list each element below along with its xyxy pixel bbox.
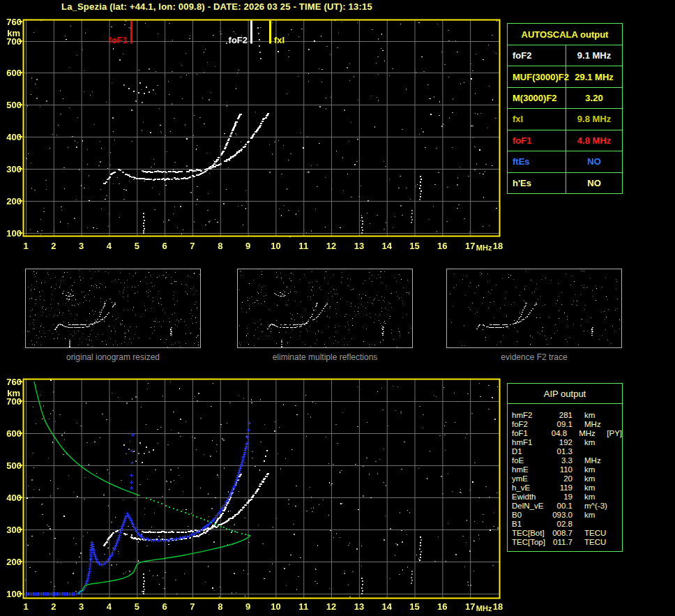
aip-cell: 20 <box>552 474 572 483</box>
aip-cell: TECU <box>584 538 615 547</box>
thumbnail-caption: evidence F2 trace <box>446 352 622 362</box>
parameter-value: 4.8 MHz <box>566 130 622 151</box>
aip-cell: 011.7 <box>552 538 572 547</box>
autoscala-table-rows: foF29.1 MHzMUF(3000)F229.1 MHzM(3000)F23… <box>508 45 622 193</box>
parameter-label: MUF(3000)F2 <box>508 66 566 87</box>
parameter-label: M(3000)F2 <box>508 88 566 108</box>
aip-cell: 04.8 <box>548 429 567 438</box>
aip-row: Ewidth19km <box>512 493 622 502</box>
autoscala-row: fxI9.8 MHz <box>508 109 622 130</box>
aip-row: ymE20km <box>512 474 622 483</box>
aip-row: foF209.1MHz <box>512 420 622 429</box>
aip-cell: km <box>584 474 615 483</box>
aip-cell: km <box>584 438 615 447</box>
aip-cell: hmF2 <box>512 411 552 420</box>
aip-cell: hmF1 <box>512 438 552 447</box>
aip-row: h_vE119km <box>512 483 622 493</box>
aip-cell: 110 <box>552 465 572 474</box>
aip-cell: h_vE <box>512 483 552 493</box>
parameter-value: NO <box>566 151 622 172</box>
aip-cell: MHz <box>579 429 607 438</box>
aip-cell: MHz <box>584 456 615 465</box>
autoscala-row: h'EsNO <box>508 173 622 193</box>
aip-row: hmE110km <box>512 465 622 474</box>
aip-table-rows: hmF2281kmfoF209.1MHzfoF104.8MHz[PY]hmF11… <box>508 404 622 547</box>
autoscala-row: foF29.1 MHz <box>508 45 622 66</box>
thumbnail-eliminate-reflections <box>237 269 413 348</box>
aip-row: hmF1192km <box>512 438 622 447</box>
aip-cell: B0 <box>512 511 552 520</box>
aip-cell: DelN_vE <box>512 502 552 511</box>
restored-ionogram-canvas <box>0 377 506 616</box>
aip-row: TEC[Top]011.7TECU <box>512 538 622 547</box>
aip-row: foF104.8MHz[PY] <box>512 429 622 438</box>
aip-row: TEC[Bot]008.7TECU <box>512 529 622 538</box>
aip-row: B102.8 <box>512 520 622 529</box>
aip-row: DelN_vE00.1m^(-3) <box>512 502 622 511</box>
aip-cell: TEC[Bot] <box>512 529 552 538</box>
aip-cell: Ewidth <box>512 493 552 502</box>
parameter-label: h'Es <box>508 173 566 193</box>
parameter-value: 9.8 MHz <box>566 109 622 129</box>
autoscala-row: M(3000)F23.20 <box>508 88 622 109</box>
aip-cell: 01.3 <box>552 447 572 456</box>
aip-cell: 281 <box>552 411 572 420</box>
parameter-label: fxI <box>508 109 566 129</box>
aip-cell: hmE <box>512 465 552 474</box>
aip-cell: 008.7 <box>552 529 572 538</box>
aip-cell: ymE <box>512 474 552 483</box>
aip-cell: foE <box>512 456 552 465</box>
autoscala-table-header: AUTOSCALA output <box>508 24 622 45</box>
thumbnail-caption: eliminate multiple reflections <box>237 352 413 362</box>
aip-cell: km <box>584 483 615 493</box>
parameter-label: foF2 <box>508 45 566 66</box>
aip-cell: 00.1 <box>552 502 572 511</box>
aip-cell: TEC[Top] <box>512 538 552 547</box>
aip-cell: 09.1 <box>552 420 572 429</box>
aip-cell: 19 <box>552 493 572 502</box>
aip-cell: km <box>584 465 615 474</box>
parameter-value: 3.20 <box>566 88 622 108</box>
aip-cell: MHz <box>584 420 615 429</box>
top-ionogram-canvas <box>0 17 506 255</box>
parameter-value: 29.1 MHz <box>566 66 622 87</box>
aip-table: AIP output hmF2281kmfoF209.1MHzfoF104.8M… <box>507 383 623 552</box>
aip-cell: km <box>584 493 615 502</box>
aip-cell <box>584 520 615 529</box>
aip-row: hmF2281km <box>512 411 622 420</box>
aip-cell: foF2 <box>512 420 552 429</box>
aip-cell: km <box>584 411 615 420</box>
autoscala-row: foF14.8 MHz <box>508 130 622 151</box>
aip-cell: 119 <box>552 483 572 493</box>
aip-cell: km <box>584 511 615 520</box>
parameter-value: NO <box>566 173 622 193</box>
aip-cell: foF1 <box>512 429 548 438</box>
thumbnail-caption: original ionogram resized <box>25 352 201 362</box>
aip-cell: D1 <box>512 447 552 456</box>
parameter-value: 9.1 MHz <box>566 45 622 66</box>
aip-cell: m^(-3) <box>584 502 615 511</box>
thumbnail-original-ionogram <box>25 269 201 348</box>
aip-row: foE3.3MHz <box>512 456 622 465</box>
aip-cell: 02.8 <box>552 520 572 529</box>
parameter-label: ftEs <box>508 151 566 172</box>
aip-cell <box>584 447 615 456</box>
autoscala-row: MUF(3000)F229.1 MHz <box>508 66 622 87</box>
aip-cell: [PY] <box>607 429 622 438</box>
parameter-label: foF1 <box>508 130 566 151</box>
autoscala-analysis-screen: La_Spezia (lat: +44.1, lon: 009.8) - DAT… <box>0 0 675 616</box>
station-title: La_Spezia (lat: +44.1, lon: 009.8) - DAT… <box>61 1 372 12</box>
aip-cell: 093.0 <box>552 511 572 520</box>
autoscala-row: ftEsNO <box>508 151 622 172</box>
aip-cell: TECU <box>584 529 615 538</box>
aip-table-header: AIP output <box>508 384 622 404</box>
autoscala-table: AUTOSCALA output foF29.1 MHzMUF(3000)F22… <box>507 23 623 194</box>
thumbnail-evidence-f2-trace <box>446 269 622 348</box>
aip-row: D101.3 <box>512 447 622 456</box>
aip-cell: 192 <box>552 438 572 447</box>
aip-row: B0093.0km <box>512 511 622 520</box>
aip-cell: B1 <box>512 520 552 529</box>
aip-cell: 3.3 <box>552 456 572 465</box>
